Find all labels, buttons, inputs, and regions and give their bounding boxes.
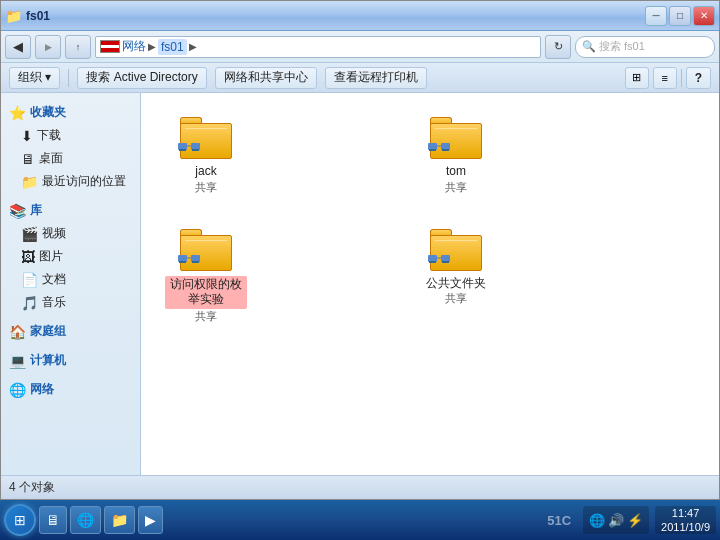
flag-icon [100, 40, 120, 53]
homegroup-icon: 🏠 [9, 324, 26, 340]
view-printers-button[interactable]: 查看远程打印机 [325, 67, 427, 89]
music-label: 音乐 [42, 294, 66, 311]
search-ad-button[interactable]: 搜索 Active Directory [77, 67, 206, 89]
file-name: tom [446, 164, 466, 180]
window-title: fs01 [26, 9, 50, 23]
folder-icon-wrapper [430, 117, 482, 161]
svg-rect-15 [428, 255, 437, 262]
svg-rect-2 [191, 143, 200, 150]
back-button[interactable]: ◀ [5, 35, 31, 59]
sidebar-item-desktop[interactable]: 🖥 桌面 [1, 147, 140, 170]
recent-icon: 📁 [21, 174, 38, 190]
help-button[interactable]: ? [686, 67, 711, 89]
tray-power-icon[interactable]: ⚡ [627, 513, 643, 528]
media-icon: ▶ [145, 512, 156, 528]
svg-rect-7 [441, 143, 450, 150]
start-button[interactable]: ⊞ [4, 504, 36, 536]
watermark: 51C [541, 513, 577, 528]
search-placeholder: 搜索 fs01 [599, 39, 645, 54]
date-display: 2011/10/9 [661, 520, 710, 534]
star-icon: ⭐ [9, 105, 26, 121]
view-details-button[interactable]: ⊞ [625, 67, 649, 89]
close-button[interactable]: ✕ [693, 6, 715, 26]
search-box[interactable]: 🔍 搜索 fs01 [575, 36, 715, 58]
sidebar-item-download[interactable]: ⬇ 下载 [1, 124, 140, 147]
documents-icon: 📄 [21, 272, 38, 288]
svg-rect-18 [442, 261, 449, 263]
sidebar-item-music[interactable]: 🎵 音乐 [1, 291, 140, 314]
documents-label: 文档 [42, 271, 66, 288]
network-share-button[interactable]: 网络和共享中心 [215, 67, 317, 89]
file-grid-row2: 访问权限的枚举实验 共享 [153, 217, 707, 336]
file-name: 公共文件夹 [426, 276, 486, 292]
svg-rect-17 [441, 255, 450, 262]
file-area: jack 共享 [141, 93, 719, 475]
desktop-label: 桌面 [39, 150, 63, 167]
computer-label: 计算机 [30, 352, 66, 369]
toolbar: 组织 ▾ 搜索 Active Directory 网络和共享中心 查看远程打印机… [1, 63, 719, 93]
status-bar: 4 个对象 [1, 475, 719, 499]
taskbar-task-explorer[interactable]: 🌐 [70, 506, 101, 534]
explorer-icon: 🌐 [77, 512, 94, 528]
sidebar-item-documents[interactable]: 📄 文档 [1, 268, 140, 291]
view-list-button[interactable]: ≡ [653, 67, 677, 89]
maximize-button[interactable]: □ [669, 6, 691, 26]
file-sublabel: 共享 [195, 309, 217, 324]
refresh-button[interactable]: ↻ [545, 35, 571, 59]
folder-icon-wrapper [430, 229, 482, 273]
path-network[interactable]: 网络 [122, 38, 146, 55]
recent-label: 最近访问的位置 [42, 173, 126, 190]
forward-button[interactable]: ▶ [35, 35, 61, 59]
favorites-section: ⭐ 收藏夹 ⬇ 下载 🖥 桌面 📁 最近访问的位置 [1, 101, 140, 193]
window-controls: ─ □ ✕ [645, 6, 715, 26]
tray-network-icon[interactable]: 🌐 [589, 513, 605, 528]
list-item[interactable]: jack 共享 [161, 113, 251, 199]
taskbar-task-media[interactable]: ▶ [138, 506, 163, 534]
library-icon: 📚 [9, 203, 26, 219]
share-overlay-icon [178, 253, 200, 275]
network-header[interactable]: 🌐 网络 [1, 378, 140, 401]
svg-rect-0 [178, 143, 187, 150]
list-item[interactable]: 公共文件夹 共享 [411, 225, 501, 328]
main-area: ⭐ 收藏夹 ⬇ 下载 🖥 桌面 📁 最近访问的位置 📚 [1, 93, 719, 475]
file-grid: jack 共享 [153, 105, 707, 207]
taskbar-task-monitor[interactable]: 🖥 [39, 506, 67, 534]
download-icon: ⬇ [21, 128, 33, 144]
homegroup-label: 家庭组 [30, 323, 66, 340]
computer-header[interactable]: 💻 计算机 [1, 349, 140, 372]
file-sublabel: 共享 [445, 291, 467, 306]
list-item[interactable]: 访问权限的枚举实验 共享 [161, 225, 251, 328]
svg-rect-12 [191, 255, 200, 262]
video-label: 视频 [42, 225, 66, 242]
share-overlay-icon [428, 253, 450, 275]
organize-button[interactable]: 组织 ▾ [9, 67, 60, 89]
start-icon: ⊞ [14, 512, 26, 528]
network-icon: 🌐 [9, 382, 26, 398]
up-button[interactable]: ↑ [65, 35, 91, 59]
sidebar-item-recent[interactable]: 📁 最近访问的位置 [1, 170, 140, 193]
search-icon: 🔍 [582, 40, 596, 53]
download-label: 下载 [37, 127, 61, 144]
svg-rect-16 [429, 261, 436, 263]
homegroup-header[interactable]: 🏠 家庭组 [1, 320, 140, 343]
address-bar: ◀ ▶ ↑ 网络 ▶ fs01 ▶ ↻ 🔍 搜索 fs01 [1, 31, 719, 63]
taskbar-task-folder[interactable]: 📁 [104, 506, 135, 534]
library-header[interactable]: 📚 库 [1, 199, 140, 222]
video-icon: 🎬 [21, 226, 38, 242]
share-overlay-icon [178, 141, 200, 163]
explorer-window: 📁 fs01 ─ □ ✕ ◀ ▶ ↑ 网络 ▶ fs01 ▶ ↻ 🔍 搜索 fs… [0, 0, 720, 500]
sidebar-item-video[interactable]: 🎬 视频 [1, 222, 140, 245]
list-item[interactable]: tom 共享 [411, 113, 501, 199]
folder-task-icon: 📁 [111, 512, 128, 528]
time-display: 11:47 [672, 506, 700, 520]
sidebar-item-pictures[interactable]: 🖼 图片 [1, 245, 140, 268]
address-path[interactable]: 网络 ▶ fs01 ▶ [95, 36, 541, 58]
monitor-icon: 🖥 [46, 512, 60, 528]
favorites-header[interactable]: ⭐ 收藏夹 [1, 101, 140, 124]
clock[interactable]: 11:47 2011/10/9 [655, 506, 716, 534]
toolbar-right: ⊞ ≡ ? [625, 67, 711, 89]
tray-volume-icon[interactable]: 🔊 [608, 513, 624, 528]
path-fs01[interactable]: fs01 [158, 39, 187, 55]
status-count: 4 个对象 [9, 479, 55, 496]
minimize-button[interactable]: ─ [645, 6, 667, 26]
